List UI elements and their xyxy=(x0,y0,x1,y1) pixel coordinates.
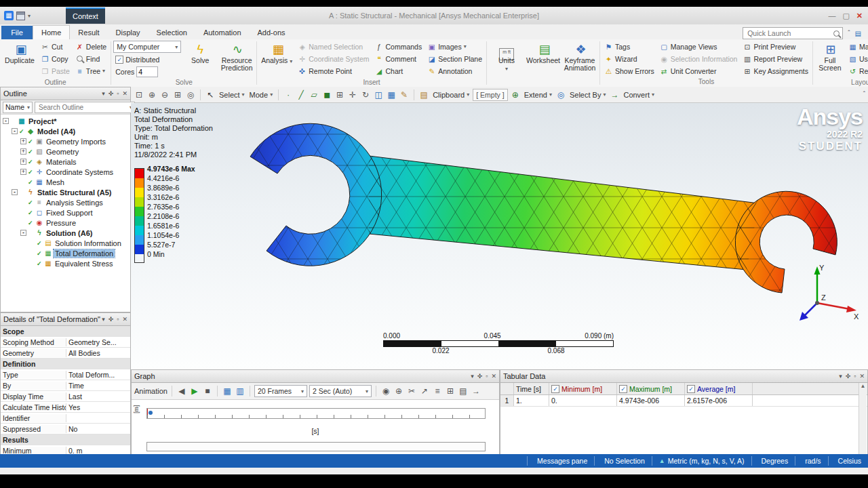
tree-item[interactable]: ✓ ◻ Fixed Support xyxy=(1,207,130,218)
distributed-checkbox[interactable]: ✓Distributed xyxy=(113,54,181,65)
tree-item[interactable]: - ϟ Solution (A6) xyxy=(1,228,130,238)
details-value[interactable]: No xyxy=(66,425,130,433)
details-value[interactable]: Yes xyxy=(66,403,130,411)
checkbox-icon[interactable]: ✓ xyxy=(551,385,559,393)
average-cell[interactable]: 2.6157e-006 xyxy=(685,395,753,406)
solver-target-select[interactable]: My Computer▾ xyxy=(113,41,181,53)
edge-filter-icon[interactable]: ╱ xyxy=(296,90,307,100)
float-icon[interactable]: ▫ xyxy=(117,316,119,323)
resource-prediction-button[interactable]: ∿ ResourcePrediction xyxy=(219,41,254,79)
tree-item[interactable]: - ▦ Project* xyxy=(1,116,130,126)
tree-item[interactable]: + ✓ ◈ Materials xyxy=(1,157,130,167)
tabular-panel-header[interactable]: Tabular Data ▾ ✜ ▫ ✕ xyxy=(500,370,867,383)
zoom-in-icon[interactable]: ⊕ xyxy=(146,90,157,100)
details-row[interactable]: Scope xyxy=(1,326,130,337)
mode-dropdown[interactable]: Mode▾ xyxy=(248,91,275,99)
comment-button[interactable]: ❝Comment xyxy=(373,53,425,64)
details-panel-header[interactable]: Details of "Total Deformation" ▾ ✜ ▫ ✕ xyxy=(1,313,130,326)
tab-display[interactable]: Display xyxy=(108,26,149,39)
maximum-cell[interactable]: 4.9743e-006 xyxy=(617,395,685,406)
expander-icon[interactable]: + xyxy=(20,169,26,175)
details-row[interactable]: By Time xyxy=(1,380,130,391)
details-row[interactable]: Calculate Time History Yes xyxy=(1,402,130,413)
tree-item[interactable]: + ✓ ▣ Geometry Imports xyxy=(1,136,130,146)
details-row[interactable]: Type Total Deform... xyxy=(1,369,130,380)
tree-item[interactable]: + ✓ ✛ Coordinate Systems xyxy=(1,167,130,177)
box-zoom-icon[interactable]: ⊡ xyxy=(134,90,144,100)
float-icon[interactable]: ▫ xyxy=(486,373,488,380)
details-value[interactable]: Geometry Se... xyxy=(66,338,130,346)
zoom-graph-icon[interactable]: ⊕ xyxy=(393,386,404,396)
manage-layout-button[interactable]: ▦Manage▾ xyxy=(846,41,868,52)
zoom-out-icon[interactable]: ⊖ xyxy=(159,90,170,100)
context-tab[interactable]: Context xyxy=(66,7,105,24)
vertex-filter-icon[interactable]: ∙ xyxy=(283,90,294,100)
wizard-button[interactable]: ✦Wizard xyxy=(602,53,656,64)
details-value[interactable]: 0. m xyxy=(66,447,130,455)
tab-file[interactable]: File xyxy=(1,26,33,39)
close-icon[interactable]: ✕ xyxy=(859,373,865,380)
time-cell[interactable]: 1. xyxy=(514,395,549,406)
app-icon[interactable]: ▦ xyxy=(4,11,14,20)
pin-icon[interactable]: ✜ xyxy=(108,316,114,323)
solve-button[interactable]: ϟ Solve xyxy=(182,41,218,79)
tabular-scrollbar[interactable]: ▲▼ xyxy=(859,383,867,460)
units-button[interactable]: m ft Units▾ xyxy=(489,41,524,79)
details-value[interactable]: Total Deform... xyxy=(66,371,130,379)
expander-icon[interactable]: + xyxy=(20,138,26,144)
key-assignments-button[interactable]: ⊞Key Assignments xyxy=(741,65,810,77)
tree-item[interactable]: ✓ ◉ Pressure xyxy=(1,218,130,228)
tree-item[interactable]: ✓ ≡ Analysis Settings xyxy=(1,197,130,207)
cursor-icon[interactable]: ↖ xyxy=(205,90,216,100)
duration-select[interactable]: 2 Sec (Auto)▾ xyxy=(309,385,372,397)
graph-plot-area[interactable]: [m] [s] xyxy=(132,400,499,462)
expander-icon[interactable] xyxy=(29,240,35,246)
maximum-column-header[interactable]: ✓Maximum [m] xyxy=(617,383,685,394)
pan-icon[interactable]: ✛ xyxy=(347,90,358,100)
document-icon[interactable]: ▤ xyxy=(855,30,861,37)
delete-button[interactable]: ✗Delete xyxy=(73,41,108,52)
tags-button[interactable]: ⚑Tags xyxy=(602,41,656,52)
wireframe-icon[interactable]: ◫ xyxy=(373,90,384,100)
copy-button[interactable]: ❐Copy xyxy=(39,53,72,64)
tree-item[interactable]: ✓ ▦ Equivalent Stress xyxy=(1,258,130,268)
details-row[interactable]: Scoping Method Geometry Se... xyxy=(1,337,130,348)
graph-timeline-strip[interactable] xyxy=(146,408,486,419)
status-item[interactable]: ▲ Metric (m, kg, N, s, V, A) xyxy=(652,456,751,466)
commands-button[interactable]: ƒCommands xyxy=(373,41,425,52)
unit-converter-button[interactable]: ⇄Unit Converter xyxy=(658,65,740,77)
frames-select[interactable]: 20 Frames▾ xyxy=(254,385,307,397)
chevron-down-icon[interactable]: ▾ xyxy=(102,90,105,97)
status-item[interactable]: rad/s xyxy=(795,456,827,466)
graph-panel-header[interactable]: Graph ▾ ✜ ▫ ✕ xyxy=(132,370,499,383)
distributed-frames-icon[interactable]: ▦ xyxy=(222,386,233,396)
expander-icon[interactable]: - xyxy=(12,128,18,134)
details-row[interactable]: Results xyxy=(1,434,130,445)
tab-automation[interactable]: Automation xyxy=(195,26,250,39)
expander-icon[interactable]: - xyxy=(12,189,18,195)
timeline-slider[interactable] xyxy=(146,442,486,451)
expander-icon[interactable] xyxy=(29,260,35,266)
export-icon[interactable]: ↗ xyxy=(419,386,430,396)
rotate-icon[interactable]: ↻ xyxy=(360,90,371,100)
convert-dropdown[interactable]: Convert▾ xyxy=(622,91,656,99)
details-row[interactable]: Display Time Last xyxy=(1,391,130,402)
selection-information-button[interactable]: ◉Selection Information xyxy=(658,53,740,64)
chart-button[interactable]: ◢Chart xyxy=(373,65,425,77)
collapse-toolbar-icon[interactable]: ˆ xyxy=(863,91,865,98)
tab-add-ons[interactable]: Add-ons xyxy=(250,26,294,39)
details-row[interactable]: Identifier xyxy=(1,413,130,424)
tree-item[interactable]: - ϟ Static Structural (A5) xyxy=(1,187,130,197)
expander-icon[interactable] xyxy=(20,209,26,216)
remote-point-button[interactable]: ✜Remote Point xyxy=(296,65,371,77)
tree-item[interactable]: ✓ ▤ Solution Information xyxy=(1,238,130,248)
details-row[interactable]: Geometry All Bodies xyxy=(1,348,130,359)
expander-icon[interactable] xyxy=(29,250,35,256)
clipboard-dropdown[interactable]: Clipboard▾ xyxy=(431,91,471,99)
details-value[interactable]: Time xyxy=(66,382,130,390)
cut-graph-icon[interactable]: ✂ xyxy=(406,386,417,396)
outline-search-input[interactable] xyxy=(37,103,130,112)
full-screen-button[interactable]: ⊞ FullScreen xyxy=(815,41,845,79)
user-defined-button[interactable]: ▧User Defined▾ xyxy=(846,53,868,64)
float-icon[interactable]: ▫ xyxy=(854,373,856,380)
